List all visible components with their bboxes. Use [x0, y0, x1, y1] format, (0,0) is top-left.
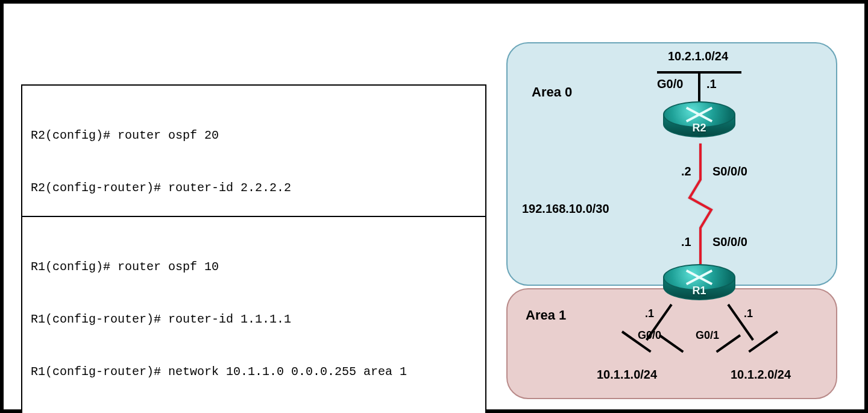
net-lan1-label: 10.1.1.0/24: [597, 368, 657, 382]
serial-link-icon: [682, 143, 719, 264]
net-top-label: 10.2.1.0/24: [668, 49, 728, 63]
config-r1-line-0: R1(config)# router ospf 10: [31, 258, 477, 276]
r2-g00-label: G0/0: [657, 77, 683, 91]
r2-g00-ip-label: .1: [706, 77, 717, 91]
config-r1-line-2: R1(config-router)# network 10.1.1.0 0.0.…: [31, 363, 477, 380]
net-lan2-label: 10.1.2.0/24: [731, 368, 791, 382]
router-r2-icon: R2: [663, 101, 735, 143]
r1-g00-ip-label: .1: [645, 307, 654, 320]
r1-g01-ip-label: .1: [744, 307, 753, 320]
config-box-r1: R1(config)# router ospf 10 R1(config-rou…: [21, 216, 486, 413]
config-r1-line-1: R1(config-router)# router-id 1.1.1.1: [31, 311, 477, 328]
r1-g01-label: G0/1: [696, 329, 719, 342]
config-r2-line-1: R2(config-router)# router-id 2.2.2.2: [31, 179, 477, 197]
router-r1: R1: [663, 264, 735, 306]
area-1-label: Area 1: [526, 307, 566, 323]
area-0-label: Area 0: [532, 84, 572, 100]
diagram-frame: R2(config)# router ospf 20 R2(config-rou…: [0, 0, 868, 413]
diagram-canvas: R2(config)# router ospf 20 R2(config-rou…: [12, 12, 856, 401]
config-r2-line-0: R2(config)# router ospf 20: [31, 127, 477, 144]
router-r2: R2: [663, 101, 735, 143]
router-r1-icon: R1: [663, 264, 735, 306]
router-r1-label: R1: [663, 285, 735, 297]
router-r2-label: R2: [663, 122, 735, 134]
lan-top-drop: [698, 71, 700, 101]
wan-net-label: 192.168.10.0/30: [522, 202, 609, 216]
